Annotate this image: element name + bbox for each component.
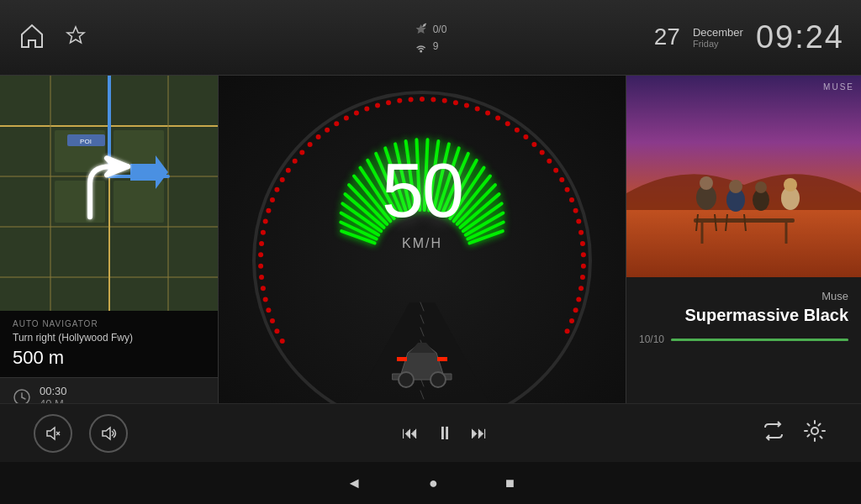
nav-instruction: Turn right (Hollywood Fwy) [13,332,205,344]
media-progress-fill [671,339,848,341]
forward-button[interactable]: ⏭ [471,423,488,443]
media-video[interactable]: MUSE [626,76,861,277]
svg-point-31 [755,181,767,193]
time-display: 09:24 [756,19,844,55]
top-left-icons [17,21,87,55]
volume-controls [34,414,128,453]
playback-controls: ⏮ ⏸ ⏭ [402,423,488,444]
right-panel: MUSE Muse Supermassive Black 10/10 [626,76,861,445]
nav-info: AUTO NAVIGATOR Turn right (Hollywood Fwy… [0,311,218,377]
media-watermark: MUSE [823,82,854,92]
android-navbar: ◄ ● ■ [0,462,861,504]
back-button[interactable]: ◄ [346,475,362,492]
media-artist: Muse [639,290,848,302]
svg-point-33 [784,178,797,192]
speed-value: 50 [382,148,462,234]
media-song: Supermassive Black [639,306,848,325]
center-panel: 50 KM/H [219,76,626,445]
top-right-clock: 27 December Friday 09:24 [654,19,844,55]
settings-button[interactable] [802,418,827,448]
date-month-weekday: December Friday [693,26,743,49]
connectivity-info: 0/0 9 [415,23,447,53]
main-content: POI [0,76,861,445]
media-progress-row: 10/10 [639,333,848,345]
rewind-button[interactable]: ⏮ [402,423,419,443]
svg-text:POI: POI [80,138,92,145]
left-panel: POI [0,76,219,445]
nav-eta-time: 00:30 [40,385,67,397]
nav-label: AUTO NAVIGATOR [13,319,205,328]
extra-controls [762,418,827,448]
volume-up-button[interactable] [89,414,128,453]
speedometer: 50 KM/H [246,84,599,437]
media-track-position: 10/10 [639,333,664,345]
svg-point-27 [700,176,713,190]
volume-down-button[interactable] [34,414,72,453]
home-icon[interactable] [17,21,47,55]
svg-point-29 [729,180,742,193]
date-weekday: Friday [693,39,743,49]
home-button[interactable]: ● [429,475,438,492]
volume-label: 9 [433,40,439,52]
nav-distance: 500 m [13,347,205,369]
signal-label: 0/0 [433,24,447,35]
media-progress-bar [671,339,848,341]
recents-button[interactable]: ■ [505,475,515,492]
speed-unit: KM/H [402,236,442,251]
date-month: December [693,26,743,39]
pause-button[interactable]: ⏸ [436,423,454,444]
repeat-button[interactable] [762,419,785,447]
svg-line-20 [22,397,25,399]
bottom-controls: ⏮ ⏸ ⏭ [0,403,861,462]
top-center-info: 0/0 9 [415,23,447,53]
map-area[interactable]: POI [0,76,218,311]
top-bar: 0/0 9 27 December Friday 09:24 [0,0,861,76]
speedometer-canvas [246,84,599,437]
svg-point-2 [420,50,422,52]
svg-point-40 [811,428,818,434]
favorite-icon[interactable] [64,24,87,51]
date-block: 27 [654,22,680,52]
date-day: 27 [654,22,680,52]
